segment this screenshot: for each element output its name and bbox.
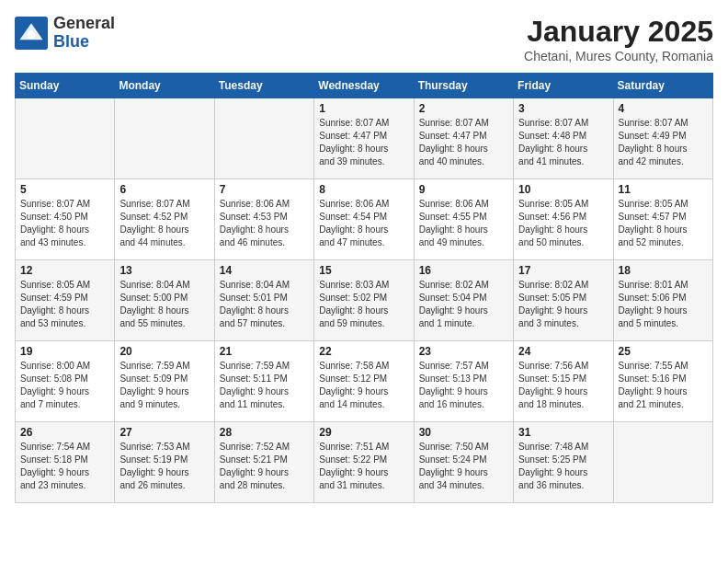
day-number: 16 <box>419 264 508 277</box>
day-info: Sunrise: 8:03 AM Sunset: 5:02 PM Dayligh… <box>319 279 408 330</box>
day-info: Sunrise: 8:02 AM Sunset: 5:04 PM Dayligh… <box>419 279 508 330</box>
day-info: Sunrise: 8:07 AM Sunset: 4:50 PM Dayligh… <box>20 198 109 249</box>
calendar-cell: 16Sunrise: 8:02 AM Sunset: 5:04 PM Dayli… <box>414 260 513 341</box>
day-number: 5 <box>20 183 109 196</box>
calendar-cell: 3Sunrise: 8:07 AM Sunset: 4:48 PM Daylig… <box>514 98 613 179</box>
col-header-wednesday: Wednesday <box>314 74 414 98</box>
day-number: 22 <box>319 345 408 358</box>
day-info: Sunrise: 7:54 AM Sunset: 5:18 PM Dayligh… <box>20 441 109 492</box>
logo-general: General <box>53 14 115 32</box>
col-header-thursday: Thursday <box>414 74 513 98</box>
calendar-cell: 9Sunrise: 8:06 AM Sunset: 4:55 PM Daylig… <box>414 179 513 260</box>
col-header-friday: Friday <box>514 74 613 98</box>
day-info: Sunrise: 7:52 AM Sunset: 5:21 PM Dayligh… <box>220 441 309 492</box>
calendar-cell <box>613 422 712 503</box>
day-info: Sunrise: 8:00 AM Sunset: 5:08 PM Dayligh… <box>20 360 109 411</box>
day-info: Sunrise: 7:59 AM Sunset: 5:11 PM Dayligh… <box>220 360 309 411</box>
day-number: 3 <box>518 102 608 115</box>
day-number: 23 <box>419 345 508 358</box>
day-info: Sunrise: 8:07 AM Sunset: 4:47 PM Dayligh… <box>319 117 408 168</box>
day-number: 12 <box>20 264 109 277</box>
calendar-cell: 8Sunrise: 8:06 AM Sunset: 4:54 PM Daylig… <box>314 179 414 260</box>
day-number: 19 <box>20 345 109 358</box>
calendar-cell: 2Sunrise: 8:07 AM Sunset: 4:47 PM Daylig… <box>414 98 513 179</box>
calendar-cell: 27Sunrise: 7:53 AM Sunset: 5:19 PM Dayli… <box>115 422 214 503</box>
calendar-week-2: 5Sunrise: 8:07 AM Sunset: 4:50 PM Daylig… <box>16 179 713 260</box>
location-subtitle: Chetani, Mures County, Romania <box>524 49 713 63</box>
col-header-saturday: Saturday <box>613 74 712 98</box>
calendar-cell: 12Sunrise: 8:05 AM Sunset: 4:59 PM Dayli… <box>16 260 115 341</box>
day-info: Sunrise: 7:51 AM Sunset: 5:22 PM Dayligh… <box>319 441 408 492</box>
day-number: 7 <box>220 183 309 196</box>
day-info: Sunrise: 7:48 AM Sunset: 5:25 PM Dayligh… <box>518 441 608 492</box>
col-header-sunday: Sunday <box>16 74 115 98</box>
col-header-tuesday: Tuesday <box>214 74 313 98</box>
calendar-cell: 23Sunrise: 7:57 AM Sunset: 5:13 PM Dayli… <box>414 341 513 422</box>
day-number: 24 <box>518 345 608 358</box>
day-info: Sunrise: 7:59 AM Sunset: 5:09 PM Dayligh… <box>119 360 209 411</box>
day-number: 8 <box>319 183 408 196</box>
day-number: 27 <box>119 426 209 439</box>
calendar-cell: 10Sunrise: 8:05 AM Sunset: 4:56 PM Dayli… <box>514 179 613 260</box>
day-number: 21 <box>220 345 309 358</box>
day-number: 18 <box>619 264 708 277</box>
day-number: 20 <box>119 345 209 358</box>
calendar-cell: 18Sunrise: 8:01 AM Sunset: 5:06 PM Dayli… <box>613 260 712 341</box>
day-number: 25 <box>619 345 708 358</box>
day-info: Sunrise: 8:04 AM Sunset: 5:01 PM Dayligh… <box>220 279 309 330</box>
calendar-cell <box>115 98 214 179</box>
calendar-cell: 7Sunrise: 8:06 AM Sunset: 4:53 PM Daylig… <box>214 179 313 260</box>
calendar-cell: 22Sunrise: 7:58 AM Sunset: 5:12 PM Dayli… <box>314 341 414 422</box>
calendar-cell: 25Sunrise: 7:55 AM Sunset: 5:16 PM Dayli… <box>613 341 712 422</box>
day-number: 30 <box>419 426 508 439</box>
calendar-cell: 24Sunrise: 7:56 AM Sunset: 5:15 PM Dayli… <box>514 341 613 422</box>
calendar-cell: 20Sunrise: 7:59 AM Sunset: 5:09 PM Dayli… <box>115 341 214 422</box>
calendar-cell: 31Sunrise: 7:48 AM Sunset: 5:25 PM Dayli… <box>514 422 613 503</box>
day-number: 29 <box>319 426 408 439</box>
day-number: 15 <box>319 264 408 277</box>
day-info: Sunrise: 8:01 AM Sunset: 5:06 PM Dayligh… <box>619 279 708 330</box>
calendar-cell: 17Sunrise: 8:02 AM Sunset: 5:05 PM Dayli… <box>514 260 613 341</box>
calendar-cell: 21Sunrise: 7:59 AM Sunset: 5:11 PM Dayli… <box>214 341 313 422</box>
day-number: 13 <box>119 264 209 277</box>
day-number: 1 <box>319 102 408 115</box>
day-info: Sunrise: 7:57 AM Sunset: 5:13 PM Dayligh… <box>419 360 508 411</box>
calendar-week-4: 19Sunrise: 8:00 AM Sunset: 5:08 PM Dayli… <box>16 341 713 422</box>
calendar-cell: 28Sunrise: 7:52 AM Sunset: 5:21 PM Dayli… <box>214 422 313 503</box>
calendar-cell: 26Sunrise: 7:54 AM Sunset: 5:18 PM Dayli… <box>16 422 115 503</box>
page-header: General Blue January 2025 Chetani, Mures… <box>15 15 713 63</box>
calendar-week-5: 26Sunrise: 7:54 AM Sunset: 5:18 PM Dayli… <box>16 422 713 503</box>
calendar-cell: 14Sunrise: 8:04 AM Sunset: 5:01 PM Dayli… <box>214 260 313 341</box>
calendar-week-3: 12Sunrise: 8:05 AM Sunset: 4:59 PM Dayli… <box>16 260 713 341</box>
day-info: Sunrise: 7:55 AM Sunset: 5:16 PM Dayligh… <box>619 360 708 411</box>
calendar-cell <box>214 98 313 179</box>
calendar-week-1: 1Sunrise: 8:07 AM Sunset: 4:47 PM Daylig… <box>16 98 713 179</box>
day-info: Sunrise: 7:56 AM Sunset: 5:15 PM Dayligh… <box>518 360 608 411</box>
calendar-cell: 6Sunrise: 8:07 AM Sunset: 4:52 PM Daylig… <box>115 179 214 260</box>
day-info: Sunrise: 8:07 AM Sunset: 4:49 PM Dayligh… <box>619 117 708 168</box>
logo: General Blue <box>15 15 115 52</box>
day-info: Sunrise: 8:07 AM Sunset: 4:52 PM Dayligh… <box>119 198 209 249</box>
calendar-cell: 19Sunrise: 8:00 AM Sunset: 5:08 PM Dayli… <box>16 341 115 422</box>
calendar-cell <box>16 98 115 179</box>
day-info: Sunrise: 8:07 AM Sunset: 4:48 PM Dayligh… <box>518 117 608 168</box>
day-number: 6 <box>119 183 209 196</box>
month-title: January 2025 <box>524 15 713 49</box>
day-number: 17 <box>518 264 608 277</box>
calendar-cell: 29Sunrise: 7:51 AM Sunset: 5:22 PM Dayli… <box>314 422 414 503</box>
logo-blue: Blue <box>53 32 89 51</box>
day-info: Sunrise: 7:50 AM Sunset: 5:24 PM Dayligh… <box>419 441 508 492</box>
day-number: 14 <box>220 264 309 277</box>
calendar-cell: 15Sunrise: 8:03 AM Sunset: 5:02 PM Dayli… <box>314 260 414 341</box>
day-info: Sunrise: 8:02 AM Sunset: 5:05 PM Dayligh… <box>518 279 608 330</box>
logo-icon <box>15 17 48 50</box>
calendar-cell: 4Sunrise: 8:07 AM Sunset: 4:49 PM Daylig… <box>613 98 712 179</box>
day-number: 9 <box>419 183 508 196</box>
day-info: Sunrise: 8:06 AM Sunset: 4:55 PM Dayligh… <box>419 198 508 249</box>
day-info: Sunrise: 7:53 AM Sunset: 5:19 PM Dayligh… <box>119 441 209 492</box>
calendar-cell: 1Sunrise: 8:07 AM Sunset: 4:47 PM Daylig… <box>314 98 414 179</box>
col-header-monday: Monday <box>115 74 214 98</box>
day-info: Sunrise: 8:05 AM Sunset: 4:59 PM Dayligh… <box>20 279 109 330</box>
day-info: Sunrise: 8:07 AM Sunset: 4:47 PM Dayligh… <box>419 117 508 168</box>
day-number: 2 <box>419 102 508 115</box>
